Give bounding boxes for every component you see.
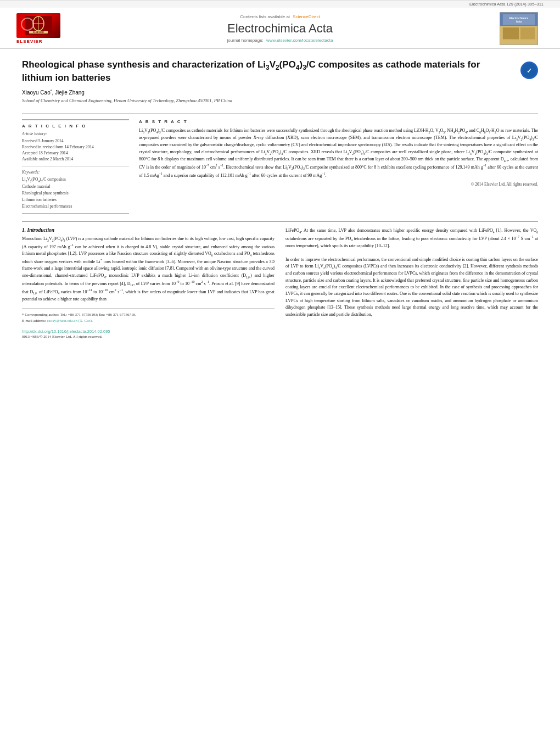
- svg-text:Acta: Acta: [516, 20, 522, 23]
- sciencedirect-line: Contents lists available at ScienceDirec…: [66, 14, 494, 19]
- abstract-title: A B S T R A C T: [139, 119, 538, 124]
- svg-rect-12: [503, 27, 519, 39]
- elsevier-logo: ELSEVIER ELSEVIER: [16, 13, 66, 44]
- section-1-heading: 1. Introduction: [22, 227, 275, 233]
- crossmark-badge: ✓: [520, 62, 538, 79]
- journal-volume-info: Electrochimica Acta 129 (2014) 305–311: [469, 2, 544, 7]
- received-date: Received 5 January 2014: [22, 138, 129, 144]
- section-number: 1.: [22, 227, 26, 233]
- article-title-wrapper: Rheological phase synthesis and characte…: [22, 59, 512, 107]
- article-title: Rheological phase synthesis and characte…: [22, 59, 512, 85]
- available-date: Available online 2 March 2014: [22, 156, 129, 162]
- info-divider: [22, 166, 129, 166]
- main-content: Rheological phase synthesis and characte…: [0, 49, 560, 345]
- svg-text:Electrochimica: Electrochimica: [509, 17, 529, 20]
- article-info-title: A R T I C L E I N F O: [22, 124, 129, 129]
- crossmark-icon: ✓: [522, 63, 537, 78]
- keyword-1: Li3V2(PO4)3/C composites: [22, 176, 129, 183]
- journal-header-left: ELSEVIER ELSEVIER: [16, 13, 66, 44]
- section-divider: [22, 221, 538, 222]
- article-info-box: A R T I C L E I N F O Article history: R…: [22, 119, 129, 214]
- body-right-col: LiFePO4. At the same time, LVP also demo…: [285, 227, 538, 340]
- elsevier-brand-text: ELSEVIER: [16, 39, 43, 44]
- body-text-left: Monoclinic Li3V2(PO4)3 (LVP) is a promis…: [22, 236, 275, 303]
- received-revised-date: Received in revised form 14 February 201…: [22, 144, 129, 150]
- body-left-col: 1. Introduction Monoclinic Li3V2(PO4)3 (…: [22, 227, 275, 340]
- section-title: Introduction: [27, 227, 55, 233]
- affiliation-line: School of Chemistry and Chemical Enginee…: [22, 98, 512, 103]
- journal-cover-thumbnail: Electrochimica Acta: [500, 12, 538, 45]
- svg-text:ELSEVIER: ELSEVIER: [33, 31, 44, 34]
- body-text-right: LiFePO4. At the same time, LVP also demo…: [285, 227, 538, 318]
- keyword-5: Electrochemical performances: [22, 203, 129, 210]
- journal-name: Electrochimica Acta: [66, 21, 494, 36]
- sciencedirect-link: ScienceDirect: [293, 14, 320, 19]
- corresponding-author: * Corresponding author. Tel.: +86 371 67…: [22, 312, 275, 318]
- body-two-col: 1. Introduction Monoclinic Li3V2(PO4)3 (…: [22, 227, 538, 340]
- abstract-text: Li3V2(PO4)3/C composites as cathode mate…: [139, 127, 538, 179]
- elsevier-logo-box: ELSEVIER: [16, 13, 60, 38]
- copyright-line: © 2014 Elsevier Ltd. All rights reserved…: [139, 182, 538, 187]
- cover-svg: Electrochimica Acta: [500, 12, 537, 45]
- email-footnote: E-mail address: caoxy@haut.edu.cn (X. Ca…: [22, 318, 275, 324]
- right-column: A B S T R A C T Li3V2(PO4)3/C composites…: [139, 119, 538, 214]
- authors-line: Xiaoyu Cao*, Jiejie Zhang: [22, 89, 512, 96]
- article-top-bar: Electrochimica Acta 129 (2014) 305–311: [0, 0, 560, 8]
- homepage-label: journal homepage:: [227, 38, 264, 43]
- svg-rect-13: [520, 27, 535, 39]
- doi-link: http://dx.doi.org/10.1016/j.electacta.20…: [22, 329, 275, 334]
- keywords-label: Keywords:: [22, 170, 129, 175]
- journal-header: ELSEVIER ELSEVIER Contents lists availab…: [0, 8, 560, 49]
- two-col-layout: A R T I C L E I N F O Article history: R…: [22, 119, 538, 214]
- accepted-date: Accepted 18 February 2014: [22, 150, 129, 156]
- page-wrapper: Electrochimica Acta 129 (2014) 305–311 E…: [0, 0, 560, 742]
- journal-homepage-line: journal homepage: www.elsevier.com/locat…: [66, 38, 494, 43]
- article-title-section: Rheological phase synthesis and characte…: [22, 59, 538, 114]
- homepage-url: www.elsevier.com/locate/electacta: [266, 38, 333, 43]
- left-column: A R T I C L E I N F O Article history: R…: [22, 119, 129, 214]
- elsevier-logo-svg: ELSEVIER: [25, 16, 52, 35]
- contents-label: Contents lists available at: [240, 14, 290, 19]
- keyword-4: Lithium ion batteries: [22, 197, 129, 203]
- keyword-2: Cathode material: [22, 183, 129, 190]
- footnote-area: * Corresponding author. Tel.: +86 371 67…: [22, 308, 275, 340]
- history-label: Article history:: [22, 131, 129, 136]
- svg-text:✓: ✓: [527, 67, 532, 75]
- email-address: caoxy@haut.edu.cn (X. Cao).: [47, 319, 93, 323]
- journal-header-center: Contents lists available at ScienceDirec…: [66, 14, 494, 43]
- keyword-3: Rheological phase synthesis: [22, 190, 129, 197]
- email-label: E-mail address:: [22, 319, 46, 323]
- journal-header-right: Electrochimica Acta: [494, 12, 544, 45]
- issn-line: 0013-4686/© 2014 Elsevier Ltd. All right…: [22, 334, 275, 340]
